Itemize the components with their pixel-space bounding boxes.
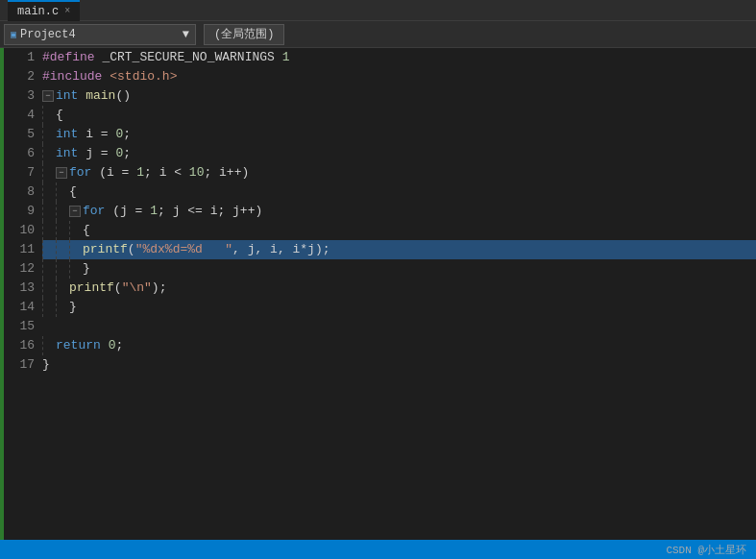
code-line: #include <stdio.h> (42, 67, 756, 86)
code-line: #define _CRT_SECURE_NO_WARNINGS 1 (42, 48, 756, 67)
token: { (56, 106, 63, 125)
line-number: 5 (12, 125, 35, 144)
status-bar: CSDN @小土星环 (0, 540, 756, 559)
token: " (225, 240, 232, 259)
token: 0 (115, 144, 123, 163)
code-line: } (42, 355, 756, 375)
indent-guide (42, 202, 56, 221)
token: j = (78, 144, 115, 163)
indent-guide (56, 240, 69, 259)
project-dropdown[interactable]: ▣ Project4 ▼ (4, 24, 196, 45)
token: } (83, 259, 90, 279)
scope-label: (全局范围) (214, 26, 274, 42)
indent-guide (69, 240, 83, 259)
line-number: 16 (12, 336, 35, 355)
indent-guide (42, 279, 56, 298)
token: ; (123, 144, 131, 163)
token: } (42, 355, 50, 375)
line-number: 1 (12, 48, 35, 67)
token: " (135, 240, 143, 259)
indent-guide (42, 336, 56, 355)
indent-guide (42, 259, 56, 279)
token: for (83, 202, 105, 221)
indent-guide (42, 221, 56, 240)
tab-close-icon[interactable]: × (64, 6, 70, 16)
line-number: 4 (12, 106, 35, 125)
token: (i = (91, 163, 136, 182)
token (101, 336, 109, 355)
indent-guide (56, 221, 69, 240)
nav-bar: ▣ Project4 ▼ (全局范围) (0, 21, 756, 48)
collapse-button[interactable]: − (42, 90, 54, 102)
code-content[interactable]: #define _CRT_SECURE_NO_WARNINGS 1#includ… (42, 48, 756, 540)
token: ; j <= i; j++) (158, 202, 262, 221)
line-numbers: 1234567891011121314151617 (4, 48, 42, 540)
line-number: 9 (12, 202, 35, 221)
token: "\n" (122, 279, 152, 298)
token: ; i < (144, 163, 189, 182)
code-line (42, 317, 756, 336)
line-number: 6 (12, 144, 35, 163)
line-number: 13 (12, 279, 35, 298)
token: #include (42, 67, 102, 86)
token: printf (69, 279, 114, 298)
code-line: } (42, 259, 756, 279)
token: main (85, 86, 115, 106)
token: int (56, 144, 78, 163)
indent-guide (56, 298, 69, 317)
token: 10 (189, 163, 205, 182)
token: <stdio.h> (110, 67, 177, 86)
indent-guide (69, 259, 83, 279)
token: ; (123, 125, 131, 144)
token: () (115, 86, 131, 106)
indent-guide (56, 202, 69, 221)
line-number: 2 (12, 67, 35, 86)
file-tab[interactable]: main.c × (8, 0, 80, 21)
code-line: { (42, 182, 756, 202)
code-line: int j = 0; (42, 144, 756, 163)
collapse-button[interactable]: − (56, 167, 67, 179)
indent-guide (56, 259, 69, 279)
scope-selector[interactable]: (全局范围) (204, 24, 284, 45)
code-line: −for (i = 1; i < 10; i++) (42, 163, 756, 182)
indent-guide (42, 298, 56, 317)
line-number: 17 (12, 355, 35, 375)
token: , j, i, i*j); (232, 240, 329, 259)
code-line: { (42, 221, 756, 240)
indent-guide (69, 221, 83, 240)
collapse-button[interactable]: − (69, 206, 81, 217)
code-line: printf("%dx%d=%d ", j, i, i*j); (42, 240, 756, 259)
code-line: return 0; (42, 336, 756, 355)
token: int (56, 86, 78, 106)
token: 0 (109, 336, 116, 355)
token: ); (152, 279, 167, 298)
code-line: { (42, 106, 756, 125)
line-number: 14 (12, 298, 35, 317)
line-number: 7 (12, 163, 35, 182)
token: ( (114, 279, 122, 298)
line-number: 15 (12, 317, 35, 336)
token (102, 67, 110, 86)
token: _CRT_SECURE_NO_WARNINGS (95, 48, 282, 67)
token: (j = (105, 202, 150, 221)
project-icon: ▣ (11, 29, 16, 40)
line-number: 3 (12, 86, 35, 106)
indent-guide (56, 279, 69, 298)
line-number: 10 (12, 221, 35, 240)
indent-guide (42, 240, 56, 259)
dropdown-arrow-icon: ▼ (183, 28, 189, 41)
indent-guide (42, 163, 56, 182)
code-line: } (42, 298, 756, 317)
token: ; (115, 336, 123, 355)
tab-filename: main.c (17, 5, 59, 18)
indent-guide (42, 144, 56, 163)
token: 1 (136, 163, 144, 182)
indent-guide (56, 182, 69, 202)
token (78, 86, 85, 106)
token: printf (83, 240, 128, 259)
line-number: 11 (12, 240, 35, 259)
code-line: −int main() (42, 86, 756, 106)
token: { (69, 182, 77, 202)
token: } (69, 298, 77, 317)
title-bar: main.c × (0, 0, 756, 21)
